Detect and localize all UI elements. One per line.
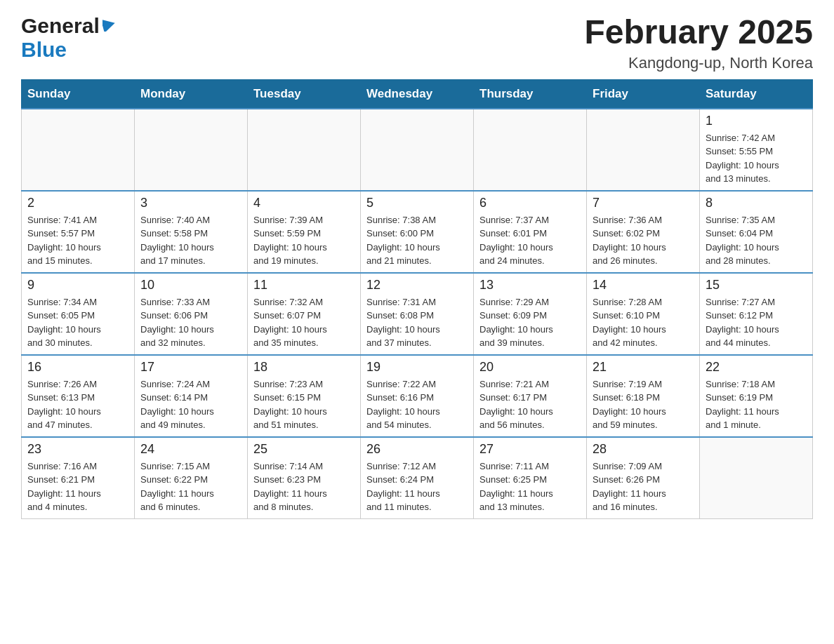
weekday-header-saturday: Saturday	[700, 79, 813, 109]
day-number: 22	[706, 360, 807, 375]
calendar-table: SundayMondayTuesdayWednesdayThursdayFrid…	[21, 79, 813, 519]
day-number: 7	[593, 196, 694, 210]
weekday-header-wednesday: Wednesday	[361, 79, 474, 109]
day-number: 23	[27, 442, 128, 457]
day-info: Sunrise: 7:11 AM Sunset: 6:25 PM Dayligh…	[479, 459, 581, 514]
day-info: Sunrise: 7:22 AM Sunset: 6:16 PM Dayligh…	[366, 377, 468, 432]
day-info: Sunrise: 7:26 AM Sunset: 6:13 PM Dayligh…	[27, 377, 128, 432]
day-number: 14	[593, 278, 694, 293]
calendar-cell: 2Sunrise: 7:41 AM Sunset: 5:57 PM Daylig…	[22, 191, 135, 273]
day-number: 20	[479, 360, 581, 375]
day-info: Sunrise: 7:38 AM Sunset: 6:00 PM Dayligh…	[366, 213, 468, 268]
calendar-cell: 1Sunrise: 7:42 AM Sunset: 5:55 PM Daylig…	[700, 109, 813, 191]
day-number: 3	[140, 196, 241, 210]
day-info: Sunrise: 7:16 AM Sunset: 6:21 PM Dayligh…	[27, 459, 128, 514]
day-info: Sunrise: 7:33 AM Sunset: 6:06 PM Dayligh…	[140, 295, 241, 350]
day-info: Sunrise: 7:21 AM Sunset: 6:17 PM Dayligh…	[479, 377, 581, 432]
logo: General Blue	[21, 14, 115, 62]
day-number: 2	[27, 196, 128, 210]
day-info: Sunrise: 7:41 AM Sunset: 5:57 PM Dayligh…	[27, 213, 128, 268]
day-info: Sunrise: 7:42 AM Sunset: 5:55 PM Dayligh…	[706, 131, 807, 186]
calendar-cell: 3Sunrise: 7:40 AM Sunset: 5:58 PM Daylig…	[135, 191, 248, 273]
day-info: Sunrise: 7:14 AM Sunset: 6:23 PM Dayligh…	[253, 459, 355, 514]
day-number: 12	[366, 278, 468, 293]
calendar-cell: 15Sunrise: 7:27 AM Sunset: 6:12 PM Dayli…	[700, 273, 813, 355]
calendar-cell: 18Sunrise: 7:23 AM Sunset: 6:15 PM Dayli…	[248, 355, 361, 437]
calendar-cell	[700, 437, 813, 519]
day-info: Sunrise: 7:15 AM Sunset: 6:22 PM Dayligh…	[140, 459, 241, 514]
title-block: February 2025 Kangdong-up, North Korea	[584, 14, 813, 72]
page-title: February 2025	[584, 14, 813, 51]
day-number: 9	[27, 278, 128, 293]
day-info: Sunrise: 7:18 AM Sunset: 6:19 PM Dayligh…	[706, 377, 807, 432]
day-number: 1	[706, 114, 807, 128]
day-info: Sunrise: 7:23 AM Sunset: 6:15 PM Dayligh…	[253, 377, 355, 432]
calendar-cell	[248, 109, 361, 191]
calendar-cell: 24Sunrise: 7:15 AM Sunset: 6:22 PM Dayli…	[135, 437, 248, 519]
svg-marker-0	[102, 18, 115, 32]
weekday-header-tuesday: Tuesday	[248, 79, 361, 109]
calendar-cell: 22Sunrise: 7:18 AM Sunset: 6:19 PM Dayli…	[700, 355, 813, 437]
day-number: 18	[253, 360, 355, 375]
day-number: 19	[366, 360, 468, 375]
day-number: 6	[479, 196, 581, 210]
calendar-cell: 8Sunrise: 7:35 AM Sunset: 6:04 PM Daylig…	[700, 191, 813, 273]
calendar-cell: 23Sunrise: 7:16 AM Sunset: 6:21 PM Dayli…	[22, 437, 135, 519]
logo-general-text: General	[21, 14, 100, 38]
calendar-cell: 21Sunrise: 7:19 AM Sunset: 6:18 PM Dayli…	[587, 355, 700, 437]
weekday-header-friday: Friday	[587, 79, 700, 109]
calendar-cell: 27Sunrise: 7:11 AM Sunset: 6:25 PM Dayli…	[474, 437, 587, 519]
day-number: 25	[253, 442, 355, 457]
day-number: 10	[140, 278, 241, 293]
calendar-cell: 7Sunrise: 7:36 AM Sunset: 6:02 PM Daylig…	[587, 191, 700, 273]
day-info: Sunrise: 7:36 AM Sunset: 6:02 PM Dayligh…	[593, 213, 694, 268]
calendar-cell: 11Sunrise: 7:32 AM Sunset: 6:07 PM Dayli…	[248, 273, 361, 355]
calendar-week-4: 16Sunrise: 7:26 AM Sunset: 6:13 PM Dayli…	[22, 355, 813, 437]
calendar-cell: 14Sunrise: 7:28 AM Sunset: 6:10 PM Dayli…	[587, 273, 700, 355]
calendar-cell: 25Sunrise: 7:14 AM Sunset: 6:23 PM Dayli…	[248, 437, 361, 519]
calendar-cell: 20Sunrise: 7:21 AM Sunset: 6:17 PM Dayli…	[474, 355, 587, 437]
calendar-week-1: 1Sunrise: 7:42 AM Sunset: 5:55 PM Daylig…	[22, 109, 813, 191]
calendar-cell	[474, 109, 587, 191]
calendar-cell	[587, 109, 700, 191]
calendar-cell: 13Sunrise: 7:29 AM Sunset: 6:09 PM Dayli…	[474, 273, 587, 355]
calendar-cell	[22, 109, 135, 191]
day-number: 16	[27, 360, 128, 375]
calendar-header-row: SundayMondayTuesdayWednesdayThursdayFrid…	[22, 79, 813, 109]
day-info: Sunrise: 7:19 AM Sunset: 6:18 PM Dayligh…	[593, 377, 694, 432]
calendar-cell: 4Sunrise: 7:39 AM Sunset: 5:59 PM Daylig…	[248, 191, 361, 273]
day-info: Sunrise: 7:24 AM Sunset: 6:14 PM Dayligh…	[140, 377, 241, 432]
calendar-cell	[361, 109, 474, 191]
calendar-week-2: 2Sunrise: 7:41 AM Sunset: 5:57 PM Daylig…	[22, 191, 813, 273]
day-info: Sunrise: 7:32 AM Sunset: 6:07 PM Dayligh…	[253, 295, 355, 350]
calendar-cell: 26Sunrise: 7:12 AM Sunset: 6:24 PM Dayli…	[361, 437, 474, 519]
logo-arrow-icon	[102, 18, 115, 34]
day-number: 21	[593, 360, 694, 375]
calendar-cell	[135, 109, 248, 191]
day-info: Sunrise: 7:31 AM Sunset: 6:08 PM Dayligh…	[366, 295, 468, 350]
calendar-cell: 9Sunrise: 7:34 AM Sunset: 6:05 PM Daylig…	[22, 273, 135, 355]
day-number: 11	[253, 278, 355, 293]
logo-blue-text: Blue	[21, 38, 67, 61]
weekday-header-thursday: Thursday	[474, 79, 587, 109]
day-number: 5	[366, 196, 468, 210]
day-info: Sunrise: 7:29 AM Sunset: 6:09 PM Dayligh…	[479, 295, 581, 350]
day-info: Sunrise: 7:34 AM Sunset: 6:05 PM Dayligh…	[27, 295, 128, 350]
day-info: Sunrise: 7:35 AM Sunset: 6:04 PM Dayligh…	[706, 213, 807, 268]
day-number: 28	[593, 442, 694, 457]
calendar-cell: 17Sunrise: 7:24 AM Sunset: 6:14 PM Dayli…	[135, 355, 248, 437]
calendar-cell: 6Sunrise: 7:37 AM Sunset: 6:01 PM Daylig…	[474, 191, 587, 273]
calendar-cell: 19Sunrise: 7:22 AM Sunset: 6:16 PM Dayli…	[361, 355, 474, 437]
day-info: Sunrise: 7:09 AM Sunset: 6:26 PM Dayligh…	[593, 459, 694, 514]
calendar-week-3: 9Sunrise: 7:34 AM Sunset: 6:05 PM Daylig…	[22, 273, 813, 355]
day-number: 15	[706, 278, 807, 293]
calendar-cell: 16Sunrise: 7:26 AM Sunset: 6:13 PM Dayli…	[22, 355, 135, 437]
day-number: 26	[366, 442, 468, 457]
calendar-cell: 28Sunrise: 7:09 AM Sunset: 6:26 PM Dayli…	[587, 437, 700, 519]
day-number: 8	[706, 196, 807, 210]
day-info: Sunrise: 7:37 AM Sunset: 6:01 PM Dayligh…	[479, 213, 581, 268]
day-number: 13	[479, 278, 581, 293]
day-info: Sunrise: 7:39 AM Sunset: 5:59 PM Dayligh…	[253, 213, 355, 268]
weekday-header-sunday: Sunday	[22, 79, 135, 109]
page-header: General Blue February 2025 Kangdong-up, …	[21, 14, 813, 72]
